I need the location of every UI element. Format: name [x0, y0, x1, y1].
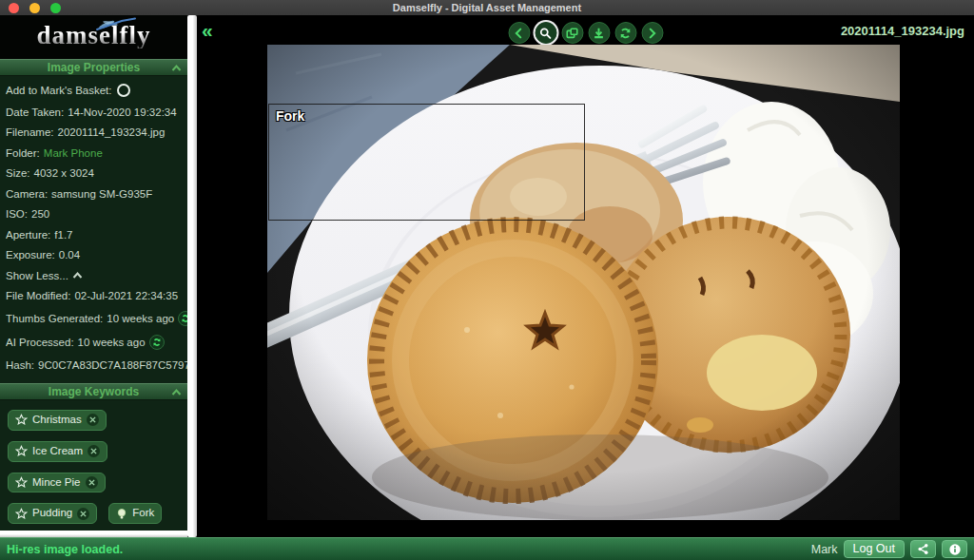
- refresh-icon: [181, 314, 187, 323]
- collapse-sidebar-button[interactable]: «: [202, 20, 213, 40]
- keyword-chip[interactable]: Ice Cream: [8, 441, 107, 462]
- image-properties-header[interactable]: Image Properties: [0, 59, 187, 76]
- show-less-toggle[interactable]: Show Less...: [6, 270, 187, 281]
- prop-folder: Folder: Mark Phone: [6, 147, 187, 159]
- remove-keyword-icon[interactable]: [77, 508, 89, 520]
- status-message: Hi-res image loaded.: [7, 543, 123, 556]
- share-button[interactable]: [910, 540, 936, 558]
- photo-canvas[interactable]: Fork: [267, 45, 900, 520]
- prop-hash: Hash: 9C0C7A83DC7A188F87C57973ED4: [6, 359, 187, 371]
- image-keywords-header[interactable]: Image Keywords: [0, 383, 187, 400]
- share-nodes-icon: [917, 543, 929, 555]
- keyword-chip[interactable]: Christmas: [8, 410, 107, 431]
- sidebar-horizontal-scrollbar[interactable]: [0, 531, 187, 537]
- reprocess-ai-button[interactable]: [149, 335, 165, 350]
- prop-iso: ISO: 250: [6, 208, 187, 220]
- favourite-star-icon[interactable]: [15, 414, 28, 426]
- download-icon: [593, 27, 606, 40]
- chevron-right-icon: [646, 27, 659, 40]
- download-button[interactable]: [588, 22, 610, 44]
- keyword-chip[interactable]: Mince Pie: [8, 473, 106, 493]
- chevron-up-icon: [72, 271, 83, 280]
- basket-checkbox[interactable]: [117, 84, 130, 97]
- info-button[interactable]: [942, 540, 967, 558]
- maximize-window-icon[interactable]: [50, 3, 61, 13]
- app-logo: damselfly damselfly: [0, 15, 187, 59]
- refresh-button[interactable]: [614, 22, 636, 44]
- next-image-button[interactable]: [641, 22, 663, 44]
- keyword-chip-ai[interactable]: Fork: [108, 503, 162, 524]
- lightbulb-icon: [116, 508, 127, 520]
- window-titlebar: Damselfly - Digital Asset Management: [0, 0, 974, 15]
- sidebar: damselfly damselfly Image Properties Add…: [0, 15, 187, 531]
- logged-in-user: Mark: [811, 543, 838, 556]
- objects-icon: [566, 27, 579, 40]
- magnifier-icon: [539, 27, 553, 40]
- image-viewer: « 20201114_193234.jpg: [197, 15, 974, 537]
- logout-button[interactable]: Log Out: [844, 540, 905, 558]
- prop-ai-processed: AI Processed: 10 weeks ago: [6, 335, 187, 350]
- object-detection-box[interactable]: Fork: [268, 104, 585, 221]
- chevron-up-icon[interactable]: [171, 388, 182, 396]
- basket-row: Add to Mark's Basket:: [6, 84, 187, 97]
- dragonfly-icon: [91, 17, 139, 32]
- regenerate-thumbs-button[interactable]: [178, 311, 187, 326]
- chevron-up-icon[interactable]: [171, 64, 182, 72]
- image-keywords-title: Image Keywords: [0, 385, 187, 398]
- minimize-window-icon[interactable]: [29, 3, 40, 13]
- image-properties-title: Image Properties: [0, 61, 187, 74]
- object-detection-label: Fork: [276, 108, 304, 124]
- basket-label: Add to Mark's Basket:: [6, 85, 112, 96]
- folder-link[interactable]: Mark Phone: [44, 147, 103, 159]
- current-filename: 20201114_193234.jpg: [841, 24, 964, 38]
- previous-image-button[interactable]: [508, 22, 530, 44]
- prop-file-modified: File Modified: 02-Jul-2021 22:34:35: [6, 290, 187, 301]
- prop-thumbs-generated: Thumbs Generated: 10 weeks ago: [6, 311, 187, 326]
- remove-keyword-icon[interactable]: [87, 414, 99, 426]
- prop-date-taken: Date Taken: 14-Nov-2020 19:32:34: [6, 106, 187, 118]
- sidebar-vertical-scrollbar[interactable]: [187, 15, 197, 537]
- refresh-icon: [152, 338, 162, 347]
- remove-keyword-icon[interactable]: [88, 445, 100, 457]
- zoom-button[interactable]: [535, 22, 556, 44]
- keyword-chip-list: Christmas Ice Cream Mince Pie Pudding: [0, 400, 187, 531]
- window-title: Damselfly - Digital Asset Management: [0, 2, 974, 13]
- info-icon: [948, 543, 962, 556]
- prop-size: Size: 4032 x 3024: [6, 167, 187, 179]
- prop-aperture: Aperture: f1.7: [6, 229, 187, 241]
- favourite-star-icon[interactable]: [15, 476, 28, 489]
- show-objects-button[interactable]: [561, 22, 583, 44]
- favourite-star-icon[interactable]: [15, 508, 28, 520]
- close-window-icon[interactable]: [9, 3, 19, 13]
- viewer-toolbar: [508, 22, 663, 44]
- refresh-icon: [619, 27, 633, 40]
- remove-keyword-icon[interactable]: [86, 476, 98, 489]
- chevron-left-icon: [513, 27, 526, 40]
- prop-camera: Camera: samsung SM-G935F: [6, 188, 187, 200]
- prop-exposure: Exposure: 0.04: [6, 249, 187, 261]
- favourite-star-icon[interactable]: [15, 445, 28, 457]
- keyword-chip[interactable]: Pudding: [8, 503, 97, 524]
- statusbar: Hi-res image loaded. Mark Log Out: [0, 537, 974, 560]
- prop-filename: Filename: 20201114_193234.jpg: [6, 126, 187, 138]
